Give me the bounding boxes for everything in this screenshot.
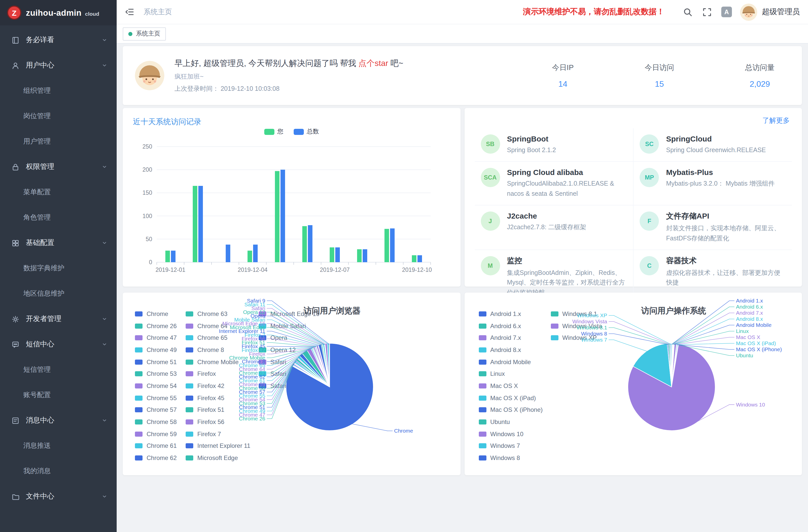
legend-item[interactable]: Opera 12 (259, 344, 319, 356)
legend-item[interactable]: Android 7.x (479, 332, 543, 344)
chevron-down-icon (102, 37, 108, 43)
legend-item[interactable]: Mac OS X (iPad) (479, 392, 543, 404)
sidebar-subitem[interactable]: 组织管理 (0, 78, 117, 104)
legend-item[interactable]: Chrome 54 (135, 380, 177, 392)
legend-item[interactable]: Chrome 49 (135, 344, 177, 356)
legend-item[interactable]: Chrome 63 (186, 308, 250, 320)
legend-label: Windows 7 (490, 442, 520, 450)
legend-item[interactable]: Chrome 58 (135, 416, 177, 428)
legend-item[interactable]: Android 6.x (479, 320, 543, 332)
sidebar-subitem[interactable]: 我的消息 (0, 458, 117, 484)
legend-item[interactable]: Firefox 45 (186, 392, 250, 404)
star-link[interactable]: 点个star (359, 59, 388, 67)
legend-item[interactable]: Windows XP (551, 332, 602, 344)
search-icon[interactable] (683, 7, 693, 17)
legend-item[interactable]: Android 8.x (479, 344, 543, 356)
legend-item[interactable]: Windows 10 (479, 428, 543, 440)
sidebar-item[interactable]: 基础配置 (0, 230, 117, 256)
sidebar-item[interactable]: 务必详看 (0, 27, 117, 53)
font-size-icon[interactable]: A (721, 6, 732, 17)
sidebar-subitem[interactable]: 短信管理 (0, 357, 117, 382)
tab-home[interactable]: 系统主页 (123, 27, 166, 40)
legend-item[interactable]: Chrome 53 (135, 368, 177, 380)
legend-swatch (135, 419, 143, 424)
legend-item[interactable]: Mobile Safari (259, 320, 319, 332)
legend-label: Android 1.x (490, 310, 521, 317)
sidebar-subitem[interactable]: 菜单配置 (0, 180, 117, 205)
legend-item[interactable]: Chrome 8 (186, 344, 250, 356)
legend-swatch (186, 335, 193, 340)
legend-item[interactable]: Safari 9 (259, 380, 319, 392)
visits-chart-card: 近十天系统访问记录 您总数 0501001502002502019-12-012… (123, 108, 460, 287)
legend-item[interactable]: Chrome 57 (135, 404, 177, 416)
sidebar-subitem[interactable]: 数据字典维护 (0, 256, 117, 281)
breadcrumb[interactable]: 系统主页 (144, 7, 172, 17)
sidebar-subitem[interactable]: 账号配置 (0, 382, 117, 408)
svg-text:Linux: Linux (736, 328, 749, 334)
legend-item[interactable]: Internet Explorer 11 (186, 440, 250, 452)
legend-item[interactable]: Chrome 47 (135, 332, 177, 344)
legend-item[interactable]: Chrome Mobile (186, 356, 250, 368)
avatar[interactable] (740, 3, 757, 20)
legend-item[interactable]: Windows 8 (479, 452, 543, 464)
legend-label: Windows Vista (562, 322, 602, 329)
sidebar-item[interactable]: 文件中心 (0, 484, 117, 509)
avatar-illustration (740, 3, 757, 20)
legend-item[interactable]: Opera (259, 332, 319, 344)
legend-item[interactable]: Firefox 42 (186, 380, 250, 392)
chevron-down-icon (102, 62, 108, 69)
legend-label: 您 (277, 127, 283, 136)
svg-text:Android 8.x: Android 8.x (736, 316, 763, 322)
sidebar-item-label: 务必详看 (26, 36, 102, 44)
legend-item[interactable]: Chrome 61 (135, 440, 177, 452)
legend-item[interactable]: Safari (259, 356, 319, 368)
legend-item[interactable]: Mac OS X (iPhone) (479, 404, 543, 416)
legend-item[interactable]: Chrome (135, 308, 177, 320)
legend-item[interactable]: 总数 (294, 127, 319, 136)
legend-item[interactable]: Firefox (186, 368, 250, 380)
sidebar-subitem[interactable]: 消息推送 (0, 433, 117, 458)
legend-label: Chrome 47 (147, 334, 177, 341)
legend-item[interactable]: Safari 11 (259, 368, 319, 380)
legend-item[interactable]: Chrome 65 (186, 332, 250, 344)
legend-swatch (479, 443, 486, 448)
learn-more-link[interactable]: 了解更多 (763, 116, 790, 125)
legend-item[interactable]: Ubuntu (479, 416, 543, 428)
username[interactable]: 超级管理员 (762, 7, 800, 17)
sidebar-item[interactable]: 消息中心 (0, 408, 117, 433)
legend-item[interactable]: Chrome 26 (135, 320, 177, 332)
legend-item[interactable]: Chrome 51 (135, 356, 177, 368)
legend-item[interactable]: Windows Vista (551, 320, 602, 332)
sidebar-item-label: 开发者管理 (26, 314, 102, 324)
legend-item[interactable]: 您 (264, 127, 283, 136)
legend-item[interactable]: Chrome 64 (186, 320, 250, 332)
sidebar-item[interactable]: 短信中心 (0, 332, 117, 357)
menu-collapse-icon[interactable] (125, 7, 134, 17)
sidebar-item[interactable]: 权限管理 (0, 154, 117, 180)
legend-item[interactable]: Windows 8.1 (551, 308, 602, 320)
legend-item[interactable]: Microsoft Edge (186, 452, 250, 464)
legend-item[interactable]: Firefox 51 (186, 404, 250, 416)
grid-icon (11, 239, 20, 247)
legend-item[interactable]: Android Mobile (479, 356, 543, 368)
sidebar-subitem[interactable]: 岗位管理 (0, 104, 117, 129)
legend-item[interactable]: Android 1.x (479, 308, 543, 320)
legend-item[interactable]: Firefox 56 (186, 416, 250, 428)
sidebar-subitem[interactable]: 用户管理 (0, 129, 117, 154)
legend-item[interactable]: Firefox 7 (186, 428, 250, 440)
legend-label: Firefox 51 (197, 406, 224, 414)
legend-swatch (294, 129, 304, 135)
legend-item[interactable]: Chrome 62 (135, 452, 177, 464)
sidebar-item[interactable]: 用户中心 (0, 53, 117, 78)
sidebar-item[interactable]: 开发者管理 (0, 306, 117, 332)
fullscreen-icon[interactable] (702, 7, 712, 17)
legend-item[interactable]: Linux (479, 368, 543, 380)
legend-item[interactable]: Chrome 59 (135, 428, 177, 440)
sidebar-subitem[interactable]: 角色管理 (0, 205, 117, 230)
legend-item[interactable]: Windows 7 (479, 440, 543, 452)
legend-item[interactable]: Mac OS X (479, 380, 543, 392)
sidebar-subitem[interactable]: 地区信息维护 (0, 281, 117, 306)
legend-item[interactable]: Chrome 55 (135, 392, 177, 404)
legend-label: Chrome 63 (197, 310, 227, 317)
chevron-down-icon (102, 417, 108, 423)
